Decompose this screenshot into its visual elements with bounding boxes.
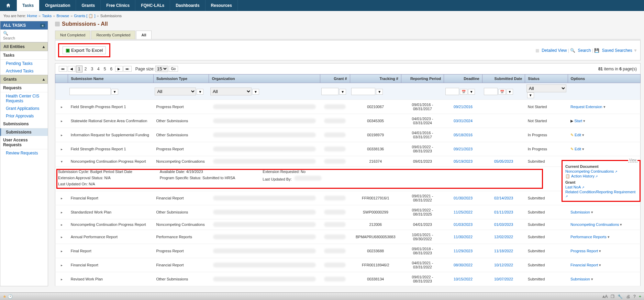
expand-row-icon[interactable]: ▸ bbox=[61, 105, 63, 109]
filter-button[interactable]: ▼ bbox=[339, 89, 346, 95]
cell-deadline[interactable]: 01/03/2023 bbox=[444, 219, 482, 230]
export-excel-button[interactable]: ▣ Export To Excel bbox=[63, 46, 106, 54]
expand-row-icon[interactable]: ▸ bbox=[61, 249, 63, 253]
pager-page[interactable]: 5 bbox=[102, 66, 108, 72]
chevron-down-icon[interactable]: ▾ bbox=[599, 263, 601, 267]
option-link[interactable]: Progress Report bbox=[570, 249, 598, 253]
sidebar-link[interactable]: Review Requests bbox=[0, 149, 48, 157]
popup-link-lastnoa[interactable]: Last NoA bbox=[565, 185, 585, 189]
subtab-not-completed[interactable]: Not Completed bbox=[55, 31, 90, 39]
col-header[interactable] bbox=[55, 74, 68, 83]
nav-tab-free-clinics[interactable]: Free Clinics bbox=[101, 0, 135, 11]
expand-row-icon[interactable]: ▸ bbox=[61, 223, 63, 227]
chevron-down-icon[interactable]: ▾ bbox=[591, 210, 593, 214]
expand-row-icon[interactable]: ▸ bbox=[61, 196, 63, 200]
cell-deadline[interactable]: 09/21/2016 bbox=[444, 100, 482, 114]
col-header[interactable]: Tracking # bbox=[350, 74, 401, 83]
col-header[interactable]: Deadline bbox=[444, 74, 482, 83]
edit-link[interactable]: Edit bbox=[570, 133, 581, 137]
col-header[interactable]: Submission Type bbox=[153, 74, 209, 83]
filter-button[interactable]: ▼ bbox=[376, 89, 383, 95]
chevron-down-icon[interactable]: ▾ bbox=[603, 105, 606, 109]
cell-deadline[interactable]: 03/31/2024 bbox=[444, 114, 482, 128]
expand-row-icon[interactable]: ▸ bbox=[61, 133, 63, 137]
chevron-down-icon[interactable]: ▾ bbox=[583, 119, 585, 123]
cell-deadline[interactable]: 05/19/2023 bbox=[444, 156, 482, 167]
sidebar-section-head[interactable]: Grants▴ bbox=[0, 75, 48, 84]
subtab-recently-completed[interactable]: Recently Completed bbox=[91, 31, 135, 39]
filter-tracking[interactable] bbox=[351, 88, 375, 95]
filter-button[interactable]: ▼ bbox=[252, 89, 259, 95]
sidebar-search-input[interactable] bbox=[3, 36, 45, 40]
saved-searches-link[interactable]: Saved Searches bbox=[602, 48, 632, 53]
filter-button[interactable]: ▼ bbox=[111, 89, 118, 95]
nav-tab-fqhc-lals[interactable]: FQHC-LALs bbox=[135, 0, 170, 11]
option-link[interactable]: Noncompeting Continuations bbox=[570, 222, 619, 227]
edit-link[interactable]: Edit bbox=[570, 147, 581, 151]
filter-button[interactable]: ▼ bbox=[197, 89, 203, 95]
cell-deadline[interactable]: 08/30/2022 bbox=[444, 258, 482, 272]
expand-row-icon[interactable]: ▸ bbox=[61, 119, 63, 123]
nav-tab-grants[interactable]: Grants bbox=[76, 0, 101, 11]
pager-page[interactable]: 3 bbox=[89, 66, 95, 72]
filter-deadline[interactable] bbox=[445, 88, 459, 95]
cal-button[interactable]: 📅 bbox=[460, 89, 467, 95]
nav-tab-dashboards[interactable]: Dashboards bbox=[170, 0, 205, 11]
popup-link-actionhistory[interactable]: Action History bbox=[571, 174, 598, 178]
cell-subdate[interactable]: 10/07/2022 bbox=[482, 272, 525, 286]
pager-page[interactable]: 6 bbox=[108, 66, 114, 72]
col-header[interactable]: Submission Name bbox=[68, 74, 154, 83]
cell-subdate[interactable]: 01/03/2023 bbox=[482, 219, 525, 230]
cell-deadline[interactable]: 01/30/2023 bbox=[444, 191, 482, 205]
expand-row-icon[interactable]: ▸ bbox=[61, 277, 63, 281]
sidebar-section-head[interactable]: All Entities▴ bbox=[0, 42, 48, 51]
breadcrumb-link[interactable]: Tasks bbox=[42, 14, 52, 18]
chevron-down-icon[interactable]: ▾ bbox=[608, 235, 610, 239]
col-header[interactable]: Options bbox=[568, 74, 640, 83]
sidebar-link[interactable]: Pending Tasks bbox=[0, 60, 48, 67]
pager-last[interactable]: ⏭ bbox=[123, 66, 132, 72]
cell-subdate[interactable]: 10/12/2022 bbox=[482, 258, 525, 272]
pager-first[interactable]: ⏮ bbox=[59, 66, 67, 72]
cal-button[interactable]: 📅 bbox=[498, 89, 506, 95]
expand-row-icon[interactable]: ▸ bbox=[61, 235, 63, 239]
cell-subdate[interactable]: 12/02/2022 bbox=[482, 230, 525, 244]
col-header[interactable]: Submitted Date bbox=[482, 74, 525, 83]
chevron-down-icon[interactable]: ▾ bbox=[599, 249, 601, 253]
pager-page[interactable]: 2 bbox=[82, 66, 89, 72]
nav-tab-resources[interactable]: Resources bbox=[206, 0, 238, 11]
breadcrumb-link[interactable]: Grants [ 📋 ] bbox=[74, 14, 95, 18]
search-link[interactable]: Search bbox=[578, 48, 591, 53]
pager-prev[interactable]: ◀ bbox=[68, 66, 75, 72]
cell-subdate[interactable]: 05/05/2023 bbox=[482, 156, 525, 167]
cell-subdate[interactable]: 02/14/2023 bbox=[482, 191, 525, 205]
sidebar-link[interactable]: Prior Approvals bbox=[0, 112, 48, 120]
chevron-down-icon[interactable]: ▾ bbox=[582, 147, 584, 151]
filter-name[interactable] bbox=[69, 88, 111, 95]
detailed-view-link[interactable]: Detailed View bbox=[542, 48, 567, 53]
expand-row-icon[interactable]: ▸ bbox=[61, 263, 63, 267]
nav-tab-tasks[interactable]: Tasks bbox=[17, 0, 40, 11]
cell-subdate[interactable]: 11/18/2022 bbox=[482, 244, 525, 258]
chevron-down-icon[interactable]: ▼ bbox=[633, 48, 637, 53]
pager-page[interactable]: 1 bbox=[76, 66, 82, 72]
filter-org[interactable]: All bbox=[210, 88, 252, 95]
filter-button[interactable]: ▼ bbox=[527, 92, 534, 98]
collapse-icon[interactable]: « bbox=[40, 24, 45, 27]
cell-deadline[interactable]: 10/15/2022 bbox=[444, 272, 482, 286]
cell-deadline[interactable]: 05/18/2016 bbox=[444, 128, 482, 142]
filter-grant[interactable] bbox=[321, 88, 338, 95]
filter-type[interactable]: All bbox=[155, 88, 196, 95]
nav-home[interactable] bbox=[0, 0, 17, 11]
start-link[interactable]: Start bbox=[574, 119, 582, 123]
filter-button[interactable]: ▼ bbox=[468, 89, 475, 95]
pager-go[interactable]: Go bbox=[169, 66, 178, 72]
breadcrumb-link[interactable]: Browse bbox=[56, 14, 69, 18]
chevron-down-icon[interactable]: ▾ bbox=[620, 222, 622, 227]
option-link[interactable]: Financial Report bbox=[570, 263, 598, 267]
nav-tab-organization[interactable]: Organization bbox=[40, 0, 76, 11]
page-size-select[interactable]: 15 bbox=[155, 66, 168, 72]
filter-status[interactable]: All bbox=[526, 84, 566, 92]
breadcrumb-link[interactable]: Home bbox=[27, 14, 37, 18]
cell-deadline[interactable]: 11/25/2022 bbox=[444, 205, 482, 219]
